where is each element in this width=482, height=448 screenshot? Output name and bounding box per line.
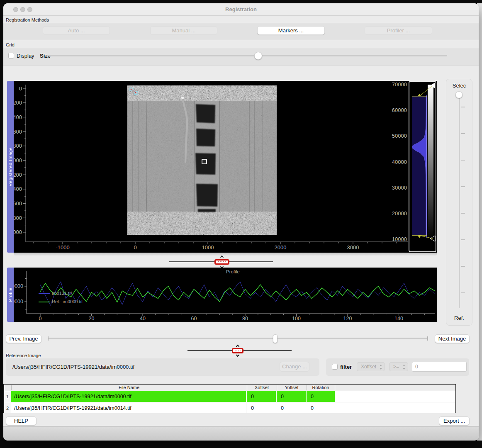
cell-xoffset[interactable]: 0	[247, 391, 276, 402]
svg-text:30000: 30000	[392, 185, 407, 191]
svg-text:1600: 1600	[14, 200, 22, 207]
filter-checkbox[interactable]	[332, 364, 338, 370]
svg-text:60: 60	[191, 316, 197, 321]
grid-display-label: Display	[17, 53, 34, 59]
file-slider-track[interactable]	[48, 338, 428, 339]
grid-band	[3, 48, 479, 66]
grid-display-checkbox[interactable]	[8, 53, 14, 58]
svg-text:0: 0	[19, 85, 22, 92]
cell-rotation[interactable]: 0	[307, 391, 335, 402]
registered-image-side-bar: Registered Image	[7, 81, 14, 253]
cell-xoffset[interactable]: 0	[247, 403, 276, 413]
svg-text:2000: 2000	[275, 244, 287, 251]
profile-plot-area[interactable]: 0204060801001201404000050000	[14, 268, 437, 322]
neutron-image	[127, 85, 277, 235]
next-image-button[interactable]: Next Image	[435, 334, 470, 343]
cell-file-name[interactable]: /Users/j35/HFIR/CG1D/IPTS-19921/data/im0…	[11, 391, 246, 402]
profile-plot-title: Profile	[226, 269, 240, 274]
select-slider-ticks	[461, 107, 465, 294]
svg-text:80: 80	[242, 316, 248, 321]
row-number: 1	[4, 391, 11, 402]
zoom-up-arrow-icon	[220, 256, 224, 259]
reference-image-path: /Users/j35/HFIR/CG1D/IPTS-19921/data/im0…	[12, 364, 134, 370]
sample-squares	[195, 104, 218, 212]
intensity-histogram[interactable]	[409, 82, 436, 251]
legend-line-green	[39, 302, 50, 302]
window-title: Registration	[3, 6, 479, 12]
grid-section-label: Grid	[6, 42, 15, 47]
registered-image-plot-area[interactable]: -100001000200030000200400600800100012001…	[14, 81, 437, 253]
offset-slider[interactable]	[187, 344, 292, 356]
title-bar[interactable]: Registration	[3, 3, 479, 16]
image-zoom-slider-handle[interactable]	[214, 259, 229, 265]
cell-file-name[interactable]: /Users/j35/HFIR/CG1D/IPTS-19921/data/im0…	[11, 403, 246, 413]
methods-section-label: Registration Methods	[6, 17, 49, 22]
svg-text:800: 800	[14, 143, 22, 149]
column-header-rotation[interactable]: Rotation	[307, 385, 335, 390]
svg-text:0: 0	[39, 316, 42, 321]
intensity-histogram-panel[interactable]	[409, 81, 436, 252]
column-header-file-name[interactable]: File Name	[11, 385, 247, 390]
select-slider-handle[interactable]	[455, 91, 463, 98]
change-reference-button[interactable]: Change ...	[280, 362, 309, 372]
filter-field-value: Xoffset	[361, 364, 376, 370]
markers-button[interactable]: Markers ...	[257, 26, 325, 35]
svg-text:400: 400	[14, 114, 22, 120]
window-footer-bezel	[3, 426, 479, 441]
prev-image-button[interactable]: Prev. Image	[6, 334, 41, 343]
offset-up-arrow-icon	[236, 345, 239, 348]
filter-value-input[interactable]	[412, 362, 467, 372]
svg-text:60000: 60000	[392, 107, 407, 113]
table-row[interactable]: 1 /Users/j35/HFIR/CG1D/IPTS-19921/data/i…	[4, 391, 455, 402]
select-label: Selec	[446, 83, 472, 89]
svg-text:0: 0	[134, 244, 136, 251]
offset-slider-handle[interactable]	[232, 348, 243, 353]
svg-text:-1000: -1000	[56, 244, 69, 251]
svg-text:50000: 50000	[392, 133, 407, 139]
svg-text:3000: 3000	[347, 244, 359, 251]
grid-size-slider-handle[interactable]	[254, 52, 262, 60]
profiler-button[interactable]: Profiler ...	[365, 26, 432, 35]
dropdown-chevrons-icon	[379, 364, 382, 370]
cell-yoffset[interactable]: 0	[277, 403, 306, 413]
file-table-header: File Name Xoffset Yoffset Rotation	[4, 385, 455, 391]
reference-image-label: Reference Image	[6, 353, 41, 358]
export-button[interactable]: Export ...	[439, 416, 470, 425]
auto-button[interactable]: Auto ...	[43, 26, 110, 35]
legend-label-image: im0131.tif	[52, 291, 72, 296]
filter-operator-dropdown[interactable]: >=	[389, 362, 408, 371]
svg-text:70000: 70000	[392, 81, 407, 88]
svg-text:200: 200	[14, 100, 22, 106]
svg-text:50000: 50000	[14, 283, 23, 289]
registered-image-plot[interactable]: -100001000200030000200400600800100012001…	[14, 81, 409, 253]
profile-side-label: Profile	[8, 287, 13, 302]
ref-label: Ref.	[446, 315, 472, 321]
grid-size-slider-track[interactable]	[46, 55, 447, 56]
column-header-xoffset[interactable]: Xoffset	[247, 385, 277, 390]
image-zoom-slider[interactable]	[169, 255, 273, 267]
legend-line-blue	[39, 293, 50, 294]
file-slider-handle[interactable]	[273, 334, 278, 343]
svg-text:1000: 1000	[14, 157, 22, 163]
profile-plot[interactable]: 0204060801001201404000050000	[14, 268, 437, 322]
svg-text:1000: 1000	[202, 244, 214, 251]
manual-button[interactable]: Manual ...	[150, 26, 217, 35]
filter-box: filter Xoffset >=	[326, 358, 469, 376]
filter-field-dropdown[interactable]: Xoffset	[357, 362, 385, 371]
roi-square-marker[interactable]	[202, 159, 207, 164]
select-slider-track[interactable]	[459, 93, 460, 308]
file-table[interactable]: File Name Xoffset Yoffset Rotation 1 /Us…	[3, 384, 456, 413]
legend-label-reference: Ref.: im0000.tif	[52, 299, 83, 304]
table-row[interactable]: 2 /Users/j35/HFIR/CG1D/IPTS-19921/data/i…	[4, 403, 455, 413]
offset-down-arrow-icon	[236, 353, 239, 357]
svg-text:20000: 20000	[392, 210, 407, 217]
svg-text:1800: 1800	[14, 215, 22, 221]
cell-yoffset[interactable]: 0	[277, 391, 306, 402]
cell-rotation[interactable]: 0	[307, 403, 335, 413]
registration-window: Registration Registration Methods Auto .…	[3, 3, 479, 441]
help-button[interactable]: HELP	[6, 416, 37, 425]
file-slider-end-tick	[427, 336, 428, 341]
svg-text:1200: 1200	[14, 172, 22, 178]
column-header-yoffset[interactable]: Yoffset	[277, 385, 307, 390]
svg-text:40000: 40000	[392, 159, 407, 165]
